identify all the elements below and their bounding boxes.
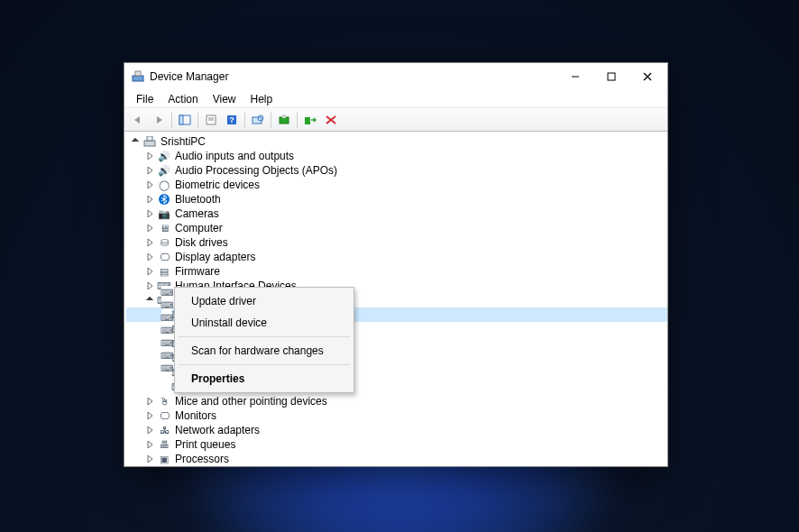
properties-button[interactable] xyxy=(201,111,221,129)
show-hide-console-tree-button[interactable] xyxy=(175,111,195,129)
caret-closed-icon[interactable] xyxy=(144,151,155,161)
caret-closed-icon[interactable] xyxy=(144,237,155,248)
network-icon: 🖧 xyxy=(157,424,171,436)
titlebar: Device Manager xyxy=(124,63,667,90)
tree-node-cpu-15[interactable]: ▣Processors xyxy=(126,452,667,466)
tree-node-camera-4[interactable]: 📷Cameras xyxy=(126,206,667,221)
monitor-icon: 🖵 xyxy=(157,409,171,422)
caret-closed-icon[interactable] xyxy=(144,439,155,450)
update-driver-button[interactable] xyxy=(274,111,294,129)
cpu-icon: ▣ xyxy=(157,453,171,465)
caret-closed-icon[interactable] xyxy=(144,425,155,436)
tree-node-mouse-11[interactable]: 🖱Mice and other pointing devices xyxy=(126,394,667,408)
context-item-scan-for-hardware-changes[interactable]: Scan for hardware changes xyxy=(177,340,352,362)
tree-node-label: SrishtiPC xyxy=(161,135,206,148)
svg-rect-16 xyxy=(282,115,286,118)
tree-node-label: Firmware xyxy=(175,265,220,278)
caret-closed-icon[interactable] xyxy=(144,396,155,407)
caret-closed-icon[interactable] xyxy=(144,208,155,219)
tree-node-label: Audio inputs and outputs xyxy=(175,150,294,162)
speaker-icon: 🔊 xyxy=(157,150,171,162)
tree-node-label: Network adapters xyxy=(175,424,260,436)
window-title: Device Manager xyxy=(150,70,557,83)
keyboard-icon: ⌨ xyxy=(161,298,172,311)
keyboard-children-icons: ⌨⌨⌨⌨⌨⌨⌨ xyxy=(161,286,172,374)
svg-rect-21 xyxy=(147,136,152,141)
minimize-button[interactable] xyxy=(557,64,593,89)
disk-icon: ⛁ xyxy=(157,236,171,249)
keyboard-icon: ⌨ xyxy=(161,286,172,298)
tree-node-label: Processors xyxy=(175,453,229,465)
caret-closed-icon[interactable] xyxy=(144,179,155,190)
context-item-update-driver[interactable]: Update driver xyxy=(177,290,352,312)
close-button[interactable] xyxy=(629,64,666,89)
chip-icon: ▤ xyxy=(157,265,171,278)
caret-closed-icon[interactable] xyxy=(144,194,155,205)
bluetooth-icon xyxy=(157,193,171,206)
caret-closed-icon[interactable] xyxy=(144,410,155,421)
tree-node-label: Mice and other pointing devices xyxy=(175,395,327,408)
tree-node-disk-6[interactable]: ⛁Disk drives xyxy=(126,235,667,250)
tree-node-monitor-12[interactable]: 🖵Monitors xyxy=(126,408,667,423)
content-area: SrishtiPC🔊Audio inputs and outputs🔊Audio… xyxy=(124,132,667,466)
tree-node-display-7[interactable]: 🖵Display adapters xyxy=(126,250,667,264)
tree-node-chip-8[interactable]: ▤Firmware xyxy=(126,264,667,279)
keyboard-icon: ⌨ xyxy=(161,311,172,324)
svg-rect-15 xyxy=(280,117,289,124)
svg-rect-0 xyxy=(133,76,143,81)
tree-node-label: Cameras xyxy=(175,207,219,220)
computer-icon: 🖥 xyxy=(157,222,171,234)
tree-node-root[interactable]: SrishtiPC xyxy=(126,134,667,149)
menu-view[interactable]: View xyxy=(207,91,243,107)
tree-node-speaker-0[interactable]: 🔊Audio inputs and outputs xyxy=(126,149,667,163)
tree-node-label: Print queues xyxy=(175,438,235,451)
tree-node-printer-14[interactable]: 🖶Print queues xyxy=(126,437,667,452)
menu-action[interactable]: Action xyxy=(161,91,204,107)
help-button[interactable]: ? xyxy=(222,111,242,129)
tree-node-network-13[interactable]: 🖧Network adapters xyxy=(126,423,667,437)
caret-open-icon[interactable] xyxy=(144,295,155,306)
caret-closed-icon[interactable] xyxy=(144,266,155,277)
forward-button[interactable] xyxy=(149,111,169,129)
camera-icon: 📷 xyxy=(157,207,171,220)
svg-rect-1 xyxy=(135,71,141,76)
scan-hardware-button[interactable] xyxy=(248,111,268,129)
svg-rect-7 xyxy=(179,115,183,124)
back-button[interactable] xyxy=(128,111,148,129)
mouse-icon: 🖱 xyxy=(157,395,171,408)
uninstall-device-button[interactable] xyxy=(321,111,341,129)
root-icon xyxy=(142,135,157,148)
fingerprint-icon: ◯ xyxy=(157,179,171,191)
tree-node-label: Disk drives xyxy=(175,236,228,249)
tree-node-computer-5[interactable]: 🖥Computer xyxy=(126,221,667,235)
keyboard-icon: ⌨ xyxy=(161,324,172,336)
caret-open-icon[interactable] xyxy=(130,136,141,147)
tree-node-label: Computer xyxy=(175,222,223,234)
tree-node-label: Audio Processing Objects (APOs) xyxy=(175,164,337,177)
tree-node-speaker-1[interactable]: 🔊Audio Processing Objects (APOs) xyxy=(126,163,667,178)
tree-node-label: Biometric devices xyxy=(175,179,260,191)
window-controls xyxy=(557,64,666,89)
caret-closed-icon[interactable] xyxy=(144,223,155,234)
app-icon xyxy=(132,70,144,83)
svg-rect-20 xyxy=(144,141,155,146)
tree-node-bluetooth-3[interactable]: Bluetooth xyxy=(126,192,667,206)
svg-rect-17 xyxy=(305,117,310,124)
caret-closed-icon[interactable] xyxy=(144,454,155,464)
caret-closed-icon[interactable] xyxy=(144,252,155,262)
caret-closed-icon[interactable] xyxy=(144,165,155,176)
menu-help[interactable]: Help xyxy=(244,91,280,107)
maximize-button[interactable] xyxy=(593,64,629,89)
context-separator xyxy=(179,364,350,365)
tree-node-fingerprint-2[interactable]: ◯Biometric devices xyxy=(126,178,667,192)
device-manager-window: Device Manager File Action View Help ? xyxy=(124,62,668,467)
context-separator xyxy=(179,336,350,337)
tree-node-label: Display adapters xyxy=(175,251,255,263)
menu-file[interactable]: File xyxy=(130,91,160,107)
context-item-properties[interactable]: Properties xyxy=(177,368,352,390)
tree-node-label: Bluetooth xyxy=(175,193,221,206)
svg-rect-3 xyxy=(608,73,615,80)
enable-device-button[interactable] xyxy=(300,111,320,129)
context-item-uninstall-device[interactable]: Uninstall device xyxy=(177,312,352,334)
caret-closed-icon[interactable] xyxy=(144,280,155,291)
